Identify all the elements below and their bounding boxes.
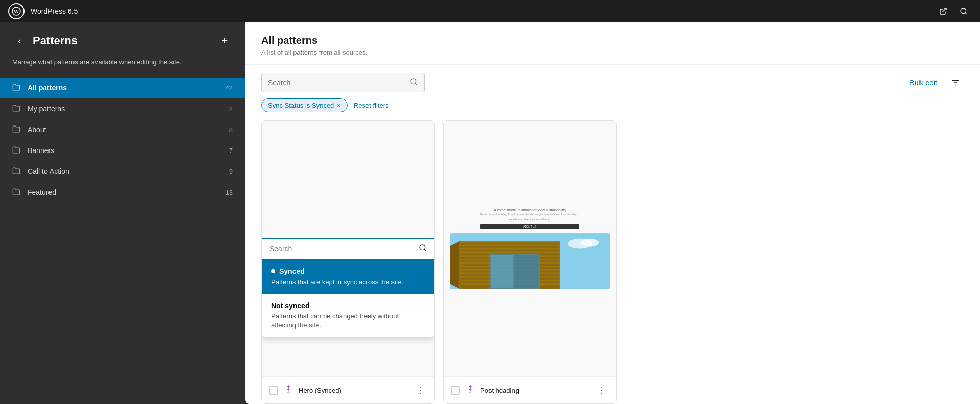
sidebar-header: ‹ Patterns + [0,22,245,57]
sidebar-item-featured[interactable]: Featured 13 [0,182,245,203]
svg-rect-31 [515,255,539,288]
sidebar-item-count-featured: 13 [223,189,233,196]
sidebar-item-all-patterns[interactable]: All patterns 42 [0,78,245,98]
chip-label: Sync Status is Synced [268,102,334,109]
sidebar-item-count-banners: 7 [223,147,233,155]
svg-line-11 [424,249,426,251]
svg-rect-17 [460,244,560,246]
preview-building-subtitle1: Éralon is a pioneering firm that seamles… [480,213,579,217]
folder-icon-banners [12,146,20,156]
external-link-icon[interactable] [935,3,951,19]
back-button[interactable]: ‹ [12,34,27,48]
sidebar-nav: All patterns 42 My patterns 2 About 8 [0,78,245,203]
svg-point-14 [581,239,599,247]
sidebar-item-banners[interactable]: Banners 7 [0,140,245,161]
sidebar-description: Manage what patterns are available when … [0,57,245,78]
search-dropdown: Synced Patterns that are kept in sync ac… [262,238,434,260]
preview-inner-post-heading: A commitment to innovation and sustainab… [444,202,616,295]
main-header: All patterns A list of all patterns from… [245,22,980,65]
card-preview-hero: Synced Patterns that are kept in sync ac… [262,121,434,376]
preview-text-block: A commitment to innovation and sustainab… [480,208,579,229]
top-bar-actions [935,3,972,19]
synced-pattern-icon-hero [283,384,293,397]
preview-building-title: A commitment to innovation and sustainab… [480,208,579,212]
svg-point-10 [420,245,425,250]
sidebar-item-count-about: 8 [223,126,233,134]
filter-chips: Sync Status is Synced × Reset filters [245,98,980,120]
post-heading-checkbox[interactable] [451,386,460,395]
sidebar-item-label-banners: Banners [28,146,215,155]
filter-button[interactable] [947,74,964,91]
card-footer-post-heading: Post heading ⋮ [444,376,616,403]
svg-point-3 [961,8,966,14]
dropdown-item-not-synced-desc: Patterns that can be changed freely with… [271,312,425,330]
svg-line-4 [965,13,967,14]
toolbar-right: Bulk edit [905,74,964,91]
sidebar-item-label-cta: Call to Action [28,167,215,175]
dropdown-item-not-synced[interactable]: Not synced Patterns that can be changed … [262,294,434,337]
dropdown-item-not-synced-title: Not synced [271,301,425,310]
folder-icon-my [12,104,20,114]
folder-icon-about [12,125,20,135]
card-footer-hero: Hero (Synced) ⋮ [262,376,434,403]
preview-building-image [450,233,610,289]
post-heading-pattern-name: Post heading [480,387,590,394]
search-dropdown-input[interactable] [270,245,414,253]
folder-icon-featured [12,188,20,197]
search-dropdown-input-wrapper[interactable] [262,238,434,260]
sidebar-item-label-all: All patterns [28,84,215,92]
search-dropdown-icon [419,244,427,254]
top-bar-title: WordPress 6.5 [31,7,78,15]
dropdown-item-synced[interactable]: Synced Patterns that are kept in sync ac… [262,260,434,294]
synced-pattern-icon-post [465,384,475,397]
dropdown-item-synced-title: Synced [271,267,425,275]
reset-filters-button[interactable]: Reset filters [354,102,389,109]
sidebar-item-label-featured: Featured [28,188,215,196]
sidebar-title: Patterns [33,34,210,47]
sidebar: ‹ Patterns + Manage what patterns are av… [0,0,245,404]
preview-building-subtitle2: redefine architectural excellence. [480,218,579,222]
add-pattern-button[interactable]: + [216,33,233,49]
sidebar-item-count-my: 2 [223,105,233,113]
dropdown-item-synced-desc: Patterns that are kept in sync across th… [271,277,425,287]
sidebar-item-label-about: About [28,125,215,134]
sidebar-item-count-cta: 9 [223,168,233,175]
svg-rect-30 [491,255,513,288]
synced-dot-icon [271,269,275,273]
main-content: All patterns A list of all patterns from… [245,0,980,404]
pattern-card-post-heading: A commitment to innovation and sustainab… [443,120,617,404]
bulk-edit-button[interactable]: Bulk edit [905,77,941,89]
post-heading-menu-button[interactable]: ⋮ [595,383,609,397]
main-search-input[interactable] [268,79,406,87]
preview-building-btn: ABOUT US [480,224,579,229]
svg-text:W: W [14,8,19,14]
chip-remove-icon: × [337,102,341,109]
top-bar: W WordPress 6.5 [0,0,980,22]
folder-icon-all [12,83,20,93]
wp-logo: W [8,3,24,19]
search-dropdown-menu: Synced Patterns that are kept in sync ac… [262,260,434,338]
svg-line-2 [943,8,946,12]
sync-status-chip[interactable]: Sync Status is Synced × [261,98,348,112]
page-title: All patterns [261,35,964,46]
svg-rect-18 [460,248,560,249]
search-icon-main [410,78,418,88]
main-toolbar: Bulk edit [245,65,980,98]
search-icon[interactable] [955,3,972,19]
svg-point-5 [411,79,416,84]
sidebar-item-count-all: 42 [223,84,233,92]
folder-icon-cta [12,167,20,176]
svg-marker-32 [450,241,460,288]
svg-rect-19 [460,251,560,253]
hero-checkbox[interactable] [269,386,278,395]
page-subtitle: A list of all patterns from all sources. [261,48,964,56]
main-search-bar[interactable] [261,73,425,92]
sidebar-item-about[interactable]: About 8 [0,119,245,140]
card-preview-post-heading: A commitment to innovation and sustainab… [444,121,616,376]
svg-line-6 [415,83,417,85]
svg-rect-16 [460,241,560,242]
sidebar-item-my-patterns[interactable]: My patterns 2 [0,98,245,119]
hero-menu-button[interactable]: ⋮ [413,383,427,397]
sidebar-item-cta[interactable]: Call to Action 9 [0,161,245,182]
hero-pattern-name: Hero (Synced) [299,387,408,394]
